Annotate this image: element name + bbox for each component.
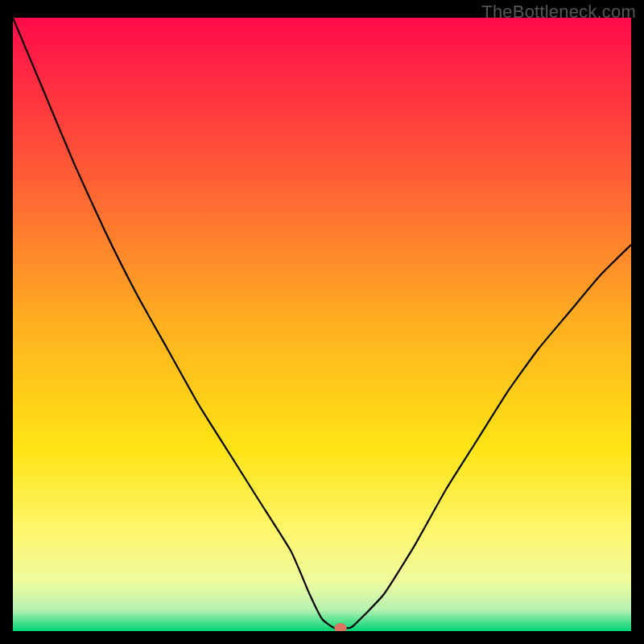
chart-background (13, 18, 631, 631)
chart-container: TheBottleneck.com (0, 0, 644, 644)
bottleneck-chart (13, 18, 631, 631)
watermark-label: TheBottleneck.com (481, 2, 636, 23)
